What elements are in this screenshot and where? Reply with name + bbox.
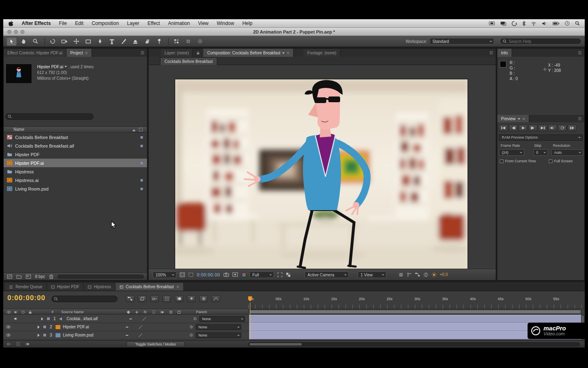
layer-row-3[interactable]: 3 Living Room.psd None	[3, 331, 248, 339]
current-time-indicator-line[interactable]	[250, 303, 250, 339]
footage-name[interactable]: Hipster PDF.ai	[37, 65, 63, 69]
new-composition-icon[interactable]	[26, 274, 31, 279]
menu-item-layer[interactable]: Layer	[127, 20, 139, 26]
view-layout-dropdown[interactable]: 1 View	[358, 272, 386, 278]
frame-rate-dropdown[interactable]: (24)	[499, 149, 524, 156]
magnification-dropdown[interactable]: 100%	[153, 272, 176, 278]
snapshot-options-button[interactable]	[195, 37, 205, 46]
quality-switch[interactable]	[129, 319, 132, 319]
close-icon[interactable]	[176, 285, 179, 288]
exposure-icon[interactable]	[432, 272, 437, 277]
clock-icon[interactable]	[565, 21, 570, 26]
snapshot-icon[interactable]	[223, 272, 229, 277]
resolution-dropdown[interactable]: Full	[249, 272, 274, 278]
motion-blur-button[interactable]	[175, 295, 183, 302]
time-machine-icon[interactable]	[512, 21, 517, 26]
menu-item-after-effects[interactable]: After Effects	[22, 20, 51, 26]
sort-arrow-icon[interactable]	[132, 128, 136, 131]
quality-switch[interactable]	[126, 335, 128, 336]
from-current-time-checkbox[interactable]: From Current Time	[500, 159, 536, 163]
effects-switch[interactable]	[139, 325, 142, 329]
eraser-tool[interactable]	[142, 37, 152, 46]
tab-render-queue[interactable]: Render Queue	[5, 283, 47, 291]
toggle-switches-modes-button[interactable]: Toggle Switches / Modes	[127, 341, 185, 347]
project-item[interactable]: Hipstress.ai	[4, 176, 147, 184]
layer-name[interactable]: Cocktai...kfast.aif	[67, 316, 124, 321]
camera-view-dropdown[interactable]: Active Camera	[305, 272, 349, 278]
project-list-header[interactable]: Name	[4, 126, 147, 132]
new-folder-icon[interactable]	[16, 274, 22, 279]
current-time-display[interactable]: 0:00:00:00	[7, 294, 45, 302]
transparency-grid-icon[interactable]	[286, 272, 291, 277]
pan-behind-tool[interactable]	[71, 37, 81, 46]
pen-tool[interactable]	[95, 37, 105, 46]
project-horizontal-scrollbar[interactable]	[58, 275, 144, 278]
project-search-field[interactable]	[5, 113, 94, 120]
volume-icon[interactable]	[542, 21, 547, 26]
quality-switch[interactable]	[126, 327, 128, 328]
mask-visibility-icon[interactable]	[188, 272, 194, 277]
project-item[interactable]: Hipster PDF	[4, 150, 147, 159]
tag-column-icon[interactable]	[139, 128, 143, 132]
screen-share-icon[interactable]	[489, 21, 495, 26]
grid-guides-icon[interactable]	[399, 272, 403, 277]
play-button[interactable]	[519, 125, 528, 131]
full-screen-checkbox[interactable]: Full Screen	[549, 159, 573, 163]
clone-stamp-tool[interactable]	[130, 37, 140, 46]
tab-layer[interactable]: Layer: (none)	[161, 49, 193, 57]
parent-pickwhip-icon[interactable]	[189, 333, 193, 337]
bit-depth-label[interactable]: 8 bpc	[35, 274, 45, 279]
video-on-icon[interactable]	[6, 333, 11, 337]
apple-menu-icon[interactable]	[8, 20, 13, 27]
hide-shy-layers-button[interactable]	[150, 295, 159, 302]
camera-tool[interactable]	[59, 37, 69, 46]
panel-menu-icon[interactable]	[140, 51, 145, 54]
layer-name[interactable]: Living Room.psd	[63, 333, 120, 337]
show-snapshot-icon[interactable]	[232, 272, 238, 277]
project-item[interactable]: Living Room.psd	[4, 184, 147, 193]
audio-on-icon[interactable]	[14, 317, 18, 321]
trash-icon[interactable]	[49, 274, 53, 279]
checkbox-icon[interactable]	[500, 159, 503, 163]
panel-menu-icon[interactable]	[578, 117, 582, 120]
mask-shape-tool[interactable]	[83, 37, 93, 46]
draft-3d-button[interactable]	[138, 295, 147, 302]
graph-editor-button[interactable]	[212, 295, 220, 302]
next-frame-button[interactable]	[528, 125, 537, 131]
time-ruler[interactable]: 00s 05s 10s 15s 20s 25s 30s 35s 40s 45s …	[248, 291, 585, 309]
timeline-search-field[interactable]	[51, 296, 118, 302]
label-color-box[interactable]	[43, 325, 47, 329]
rotation-tool[interactable]	[47, 37, 58, 46]
chevron-down-icon[interactable]	[518, 118, 520, 121]
chevron-down-icon[interactable]	[282, 52, 285, 55]
expand-arrow-icon[interactable]	[38, 325, 41, 329]
search-help-field[interactable]	[500, 38, 581, 45]
brush-tool[interactable]	[118, 37, 129, 46]
layer-name[interactable]: Hipster PDF.ai	[63, 325, 120, 329]
ram-preview-options-dropdown[interactable]: RAM Preview Options	[499, 135, 583, 141]
parent-column[interactable]: Parent	[196, 310, 207, 314]
layer-row-1[interactable]: 1 Cocktai...kfast.aif None	[3, 315, 248, 323]
panel-menu-icon[interactable]	[578, 51, 582, 54]
menu-item-animation[interactable]: Animation	[168, 20, 190, 26]
source-name-column[interactable]: Source Name	[61, 310, 84, 314]
selection-tool[interactable]	[7, 37, 17, 46]
grid-options-button[interactable]	[183, 37, 193, 46]
project-item-selected[interactable]: Hipster PDF.ai	[4, 159, 147, 167]
shy-toggle-icon[interactable]	[7, 342, 11, 346]
menu-item-window[interactable]: Window	[217, 20, 234, 26]
frame-blend-toggle-icon[interactable]	[16, 342, 20, 346]
battery-icon[interactable]	[552, 22, 559, 25]
close-icon[interactable]	[522, 117, 525, 120]
menu-item-effect[interactable]: Effect	[147, 20, 160, 26]
close-icon[interactable]	[287, 52, 290, 54]
tab-footage[interactable]: Footage: (none)	[303, 49, 340, 57]
frame-blending-button[interactable]	[163, 295, 171, 302]
window-close-button[interactable]	[7, 30, 11, 34]
tab-cocktails-before-breakfast[interactable]: Cocktails Before Breakfast	[116, 283, 184, 291]
comp-mini-flowchart-button[interactable]	[126, 295, 134, 302]
menu-item-file[interactable]: File	[59, 20, 67, 26]
skip-dropdown[interactable]: 0	[533, 149, 548, 156]
expand-arrow-icon[interactable]	[38, 334, 41, 337]
align-panel-button[interactable]	[171, 37, 181, 46]
